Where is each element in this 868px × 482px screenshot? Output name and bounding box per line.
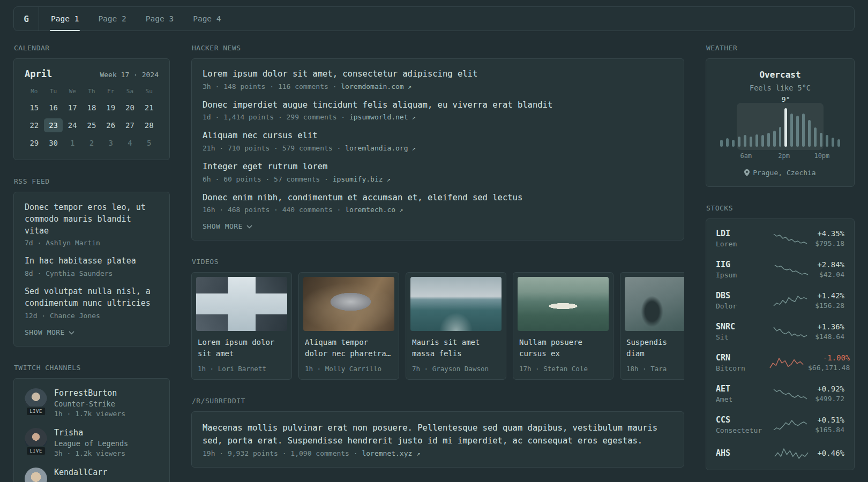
- live-badge: LIVE: [26, 406, 46, 416]
- hn-item-meta: 6h · 60 points · 57 comments · ipsumify.…: [203, 175, 673, 183]
- hn-domain-link[interactable]: loremlandia.org: [345, 144, 408, 152]
- twitch-viewers-meta: 3h · 1.2k viewers: [54, 449, 128, 457]
- stock-numbers: +0.92%$499.72: [815, 385, 844, 403]
- hn-meta-text: 6h · 60 points · 57 comments ·: [203, 175, 333, 183]
- subreddit-domain-link[interactable]: loremnet.xyz: [362, 449, 412, 457]
- twitch-channel-name[interactable]: KendallCarr: [54, 468, 107, 477]
- hn-item-title[interactable]: Integer eget rutrum lorem: [203, 161, 673, 173]
- nav-tab-2[interactable]: Page 2: [88, 7, 136, 31]
- hn-item-meta: 1d · 1,414 points · 299 comments · ipsum…: [203, 113, 673, 121]
- stock-row[interactable]: AHS+0.46%: [716, 446, 844, 460]
- subreddit-card: Maecenas mollis pulvinar erat non posuer…: [191, 411, 684, 468]
- rss-item-title[interactable]: In hac habitasse platea: [25, 255, 159, 267]
- weather-time-labels: 6am2pm10pm: [717, 152, 843, 161]
- hn-domain-link[interactable]: ipsumify.biz: [333, 175, 383, 183]
- twitch-viewers-meta: 1h · 1.7k viewers: [54, 410, 125, 418]
- nav-tab-3[interactable]: Page 3: [136, 7, 183, 31]
- stock-row[interactable]: AETAmet+0.92%$499.72: [716, 384, 844, 403]
- twitch-avatar: LIVE: [25, 468, 47, 482]
- video-title[interactable]: Aliquam tempor dolor nec pharetra…: [303, 337, 394, 359]
- sparkline-chart-icon: [773, 325, 807, 338]
- stock-row[interactable]: IIGIpsum+2.84%$42.04: [716, 260, 844, 279]
- hn-domain-link[interactable]: loremtech.co: [345, 206, 395, 214]
- hn-item-title[interactable]: Aliquam nec cursus elit: [203, 130, 673, 142]
- stock-row[interactable]: LDILorem+4.35%$795.18: [716, 229, 844, 248]
- hn-domain-link[interactable]: ipsumworld.net: [349, 113, 408, 121]
- hn-item-title[interactable]: Donec imperdiet augue tincidunt felis al…: [203, 100, 673, 111]
- hn-item-title[interactable]: Lorem ipsum dolor sit amet, consectetur …: [203, 69, 673, 80]
- video-thumbnail[interactable]: [303, 277, 394, 331]
- stock-info: AHS: [716, 448, 765, 458]
- video-title[interactable]: Lorem ipsum dolor sit amet consectetu…: [196, 337, 287, 359]
- video-thumbnail[interactable]: [518, 277, 609, 331]
- videos-widget-label: VIDEOS: [192, 258, 684, 266]
- nav-tab-1[interactable]: Page 1: [41, 7, 88, 31]
- hn-item-meta: 21h · 710 points · 579 comments · loreml…: [203, 144, 673, 152]
- calendar-day: 4: [121, 136, 140, 150]
- stock-price: $156.28: [815, 302, 844, 310]
- rss-show-more-button[interactable]: SHOW MORE: [25, 328, 74, 336]
- nav-tab-4[interactable]: Page 4: [183, 7, 230, 31]
- stock-row[interactable]: CRNBitcorn-1.00%$66,171.48: [716, 353, 844, 372]
- video-meta: 18h · Tara: [625, 365, 684, 373]
- daylight-highlight: [737, 103, 823, 150]
- video-meta: 7h · Grayson Dawson: [410, 365, 502, 373]
- calendar-header: April Week 17 · 2024: [25, 69, 159, 79]
- video-title[interactable]: Mauris sit amet massa felis: [410, 337, 502, 359]
- show-more-label: SHOW MORE: [25, 328, 65, 336]
- weather-location: Prague, Czechia: [717, 169, 843, 177]
- subreddit-post-title[interactable]: Maecenas mollis pulvinar erat non posuer…: [203, 421, 673, 447]
- hn-domain-link[interactable]: loremdomain.com: [341, 82, 403, 91]
- video-card[interactable]: Nullam posuere cursus ex17h · Stefan Col…: [513, 272, 613, 380]
- stock-symbol: IIG: [716, 260, 765, 269]
- stock-numbers: +2.84%$42.04: [817, 260, 844, 278]
- hn-show-more-button[interactable]: SHOW MORE: [203, 222, 252, 230]
- weather-bar: [826, 135, 828, 147]
- calendar-weekday: Th: [82, 88, 101, 97]
- stock-change: +1.36%: [815, 322, 844, 331]
- video-card[interactable]: Suspendis diam18h · Tara: [620, 272, 684, 380]
- stocks-list: LDILorem+4.35%$795.18IIGIpsum+2.84%$42.0…: [716, 229, 844, 460]
- stock-change: +0.51%: [815, 416, 844, 424]
- video-thumbnail[interactable]: [196, 277, 287, 331]
- twitch-channel[interactable]: LIVETrishaLeague of Legends3h · 1.2k vie…: [25, 428, 159, 457]
- hn-item-meta: 16h · 468 points · 440 comments · loremt…: [203, 206, 673, 214]
- hn-item: Aliquam nec cursus elit21h · 710 points …: [203, 130, 673, 152]
- calendar-day: 24: [63, 118, 82, 132]
- stock-row[interactable]: CCSConsectetur+0.51%$165.84: [716, 415, 844, 434]
- video-thumbnail[interactable]: [625, 277, 684, 331]
- calendar-widget: CALENDAR April Week 17 · 2024 MoTuWeThFr…: [13, 44, 170, 160]
- twitch-channel[interactable]: LIVEKendallCarr: [25, 468, 159, 482]
- calendar-weekday: We: [63, 88, 82, 97]
- twitch-channel-name[interactable]: Trisha: [54, 428, 128, 438]
- rss-item-title[interactable]: Donec tempor eros leo, ut commodo mauris…: [25, 202, 159, 237]
- video-card[interactable]: Mauris sit amet massa felis7h · Grayson …: [406, 272, 506, 380]
- video-card[interactable]: Aliquam tempor dolor nec pharetra…1h · M…: [298, 272, 399, 380]
- hacker-news-widget-label: HACKER NEWS: [192, 44, 684, 52]
- hn-item-title[interactable]: Donec enim nibh, condimentum et accumsan…: [203, 192, 673, 204]
- hn-meta-text: 16h · 468 points · 440 comments ·: [203, 206, 345, 214]
- stock-row[interactable]: SNRCSit+1.36%$148.64: [716, 322, 844, 341]
- twitch-channel-info: ForrestBurtonCounter-Strike1h · 1.7k vie…: [54, 388, 125, 418]
- stock-sparkline: [769, 325, 811, 338]
- rss-item-title[interactable]: Sed volutpat nulla nisl, a condimentum n…: [25, 286, 159, 310]
- calendar-weekday: Mo: [25, 88, 44, 97]
- stock-row[interactable]: DBSDolor+1.42%$156.28: [716, 291, 844, 310]
- sparkline-chart-icon: [773, 387, 807, 401]
- video-title[interactable]: Nullam posuere cursus ex: [518, 337, 609, 359]
- calendar-weekday: Sa: [121, 88, 140, 97]
- calendar-day: 16: [44, 101, 63, 115]
- hn-item: Donec enim nibh, condimentum et accumsan…: [203, 192, 673, 214]
- twitch-channel-name[interactable]: ForrestBurton: [54, 388, 125, 398]
- calendar-weekday: Fr: [101, 88, 121, 97]
- rss-card: Donec tempor eros leo, ut commodo mauris…: [13, 192, 170, 347]
- twitch-channel[interactable]: LIVEForrestBurtonCounter-Strike1h · 1.7k…: [25, 388, 159, 418]
- video-thumbnail[interactable]: [410, 277, 502, 331]
- twitch-avatar: LIVE: [25, 428, 47, 455]
- video-title[interactable]: Suspendis diam: [625, 337, 684, 359]
- calendar-card: April Week 17 · 2024 MoTuWeThFrSaSu15161…: [13, 58, 170, 160]
- video-card[interactable]: Lorem ipsum dolor sit amet consectetu…1h…: [191, 272, 292, 380]
- subreddit-post-meta: 19h · 9,932 points · 1,090 comments · lo…: [203, 449, 673, 457]
- stock-sparkline: [769, 418, 811, 432]
- app-logo[interactable]: G: [14, 7, 39, 31]
